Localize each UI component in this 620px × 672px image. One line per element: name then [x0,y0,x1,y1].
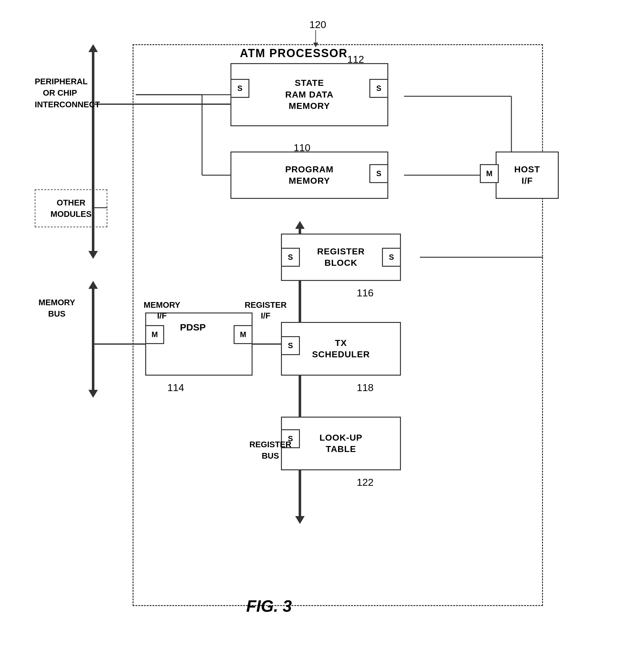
host-if-block: HOSTI/F [496,152,559,199]
memory-if-label: MEMORYI/F [144,300,180,321]
register-block-s-left: S [281,248,300,267]
svg-marker-9 [88,44,98,52]
pdsp-m-right: M [234,325,253,344]
register-bus-label: REGISTERBUS [249,439,291,462]
label-114: 114 [167,382,184,394]
peripheral-label: PERIPHERALOR CHIPINTERCONNECT [35,76,85,110]
svg-marker-15 [88,390,98,398]
register-block-label: REGISTERBLOCK [317,246,365,269]
fig-caption: FIG. 3 [246,597,292,616]
svg-marker-14 [88,281,98,289]
program-memory-block: PROGRAMMEMORY [230,152,388,199]
pdsp-m-left: M [145,325,164,344]
register-if-label: REGISTERI/F [245,300,287,321]
host-if-m: M [480,164,499,183]
other-modules-label: OTHERMODULES [51,197,92,220]
label-118: 118 [357,382,373,394]
label-116: 116 [357,287,373,299]
svg-marker-10 [88,251,98,259]
host-if-label: HOSTI/F [514,164,540,187]
tx-scheduler-label: TXSCHEDULER [312,338,370,360]
state-ram-label: STATERAM DATAMEMORY [285,77,333,112]
program-memory-s-right: S [369,164,388,183]
diagram-container: 120 ATM PROCESSOR PERIPHERALOR CHIPINTER… [25,13,593,644]
lookup-table-label: LOOK-UPTABLE [319,432,362,455]
tx-scheduler-s-left: S [281,336,300,355]
label-120: 120 [309,19,326,31]
memory-bus-label: MEMORYBUS [35,297,79,320]
other-modules-box: OTHERMODULES [35,189,107,227]
pdsp-label: PDSP [180,322,206,333]
state-ram-s-right: S [369,79,388,98]
program-memory-label: PROGRAMMEMORY [285,164,333,187]
register-block-s-right: S [382,248,401,267]
label-122: 122 [357,477,373,488]
state-ram-s-left: S [230,79,249,98]
state-ram-block: STATERAM DATAMEMORY [230,63,388,126]
